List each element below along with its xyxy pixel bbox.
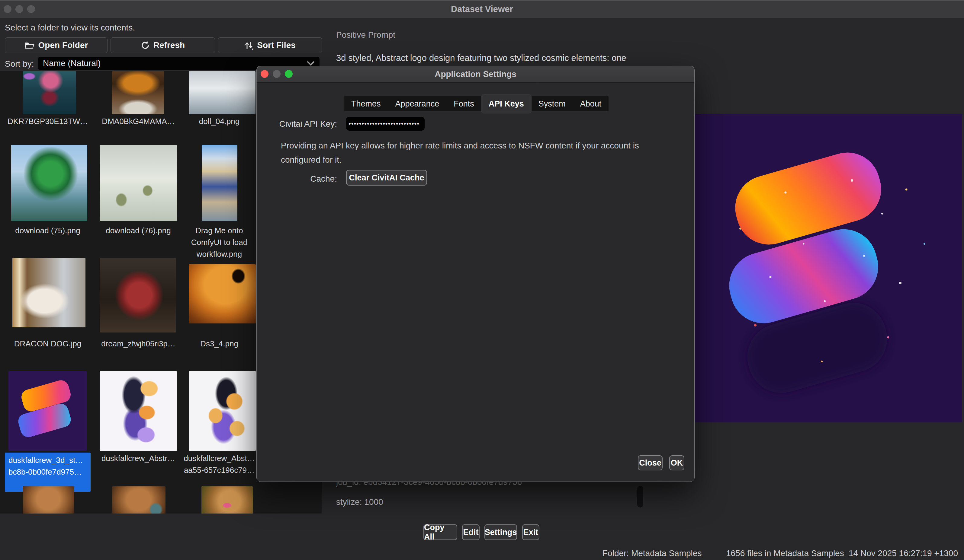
sort-arrows-icon: z (244, 41, 253, 50)
folder-hint-text: Select a folder to view its contents. (5, 23, 135, 32)
thumbnail[interactable] (189, 264, 256, 323)
file-label[interactable]: duskfallcrew_Abst…aa55-657c196c79… (180, 453, 259, 476)
thumbnail[interactable] (8, 371, 87, 451)
dialog-title: Application Settings (257, 70, 694, 79)
file-label[interactable]: duskfallcrew_Abstr… (95, 453, 182, 464)
file-label[interactable]: doll_04.png (180, 115, 259, 127)
thumbnail[interactable] (100, 258, 176, 333)
file-label[interactable]: Ds3_4.png (180, 338, 259, 350)
app-window: Dataset Viewer Select a folder to view i… (0, 0, 964, 560)
main-titlebar: Dataset Viewer (0, 0, 964, 18)
file-label[interactable]: dream_zfwjh05ri3p… (95, 338, 182, 350)
api-key-input[interactable]: ••••••••••••••••••••••••••• (346, 117, 425, 131)
thumbnail[interactable] (12, 258, 85, 327)
positive-prompt-heading: Positive Prompt (336, 30, 395, 40)
cache-label: Cache: (257, 174, 337, 184)
file-label[interactable]: DMA0BkG4MAMA… (95, 115, 182, 127)
open-folder-button[interactable]: Open Folder (5, 37, 107, 53)
dialog-titlebar: Application Settings (257, 66, 694, 83)
thumbnail[interactable] (112, 71, 164, 114)
thumbnail[interactable] (112, 486, 166, 513)
close-button[interactable]: Close (638, 455, 663, 471)
api-key-masked-value: ••••••••••••••••••••••••••• (348, 120, 420, 128)
status-file-count: 1656 files in Metadata Samples (726, 549, 844, 558)
tab-system[interactable]: System (531, 96, 573, 111)
settings-button[interactable]: Settings (484, 524, 517, 540)
exit-button[interactable]: Exit (522, 524, 539, 540)
chevron-down-icon (307, 61, 315, 66)
stylize-text: stylize: 1000 (336, 497, 383, 507)
status-timestamp: 14 Nov 2025 16:27:19 +1300 (848, 549, 958, 558)
refresh-button[interactable]: Refresh (111, 37, 215, 53)
copy-all-button[interactable]: Copy All (423, 524, 457, 540)
thumbnail[interactable] (23, 71, 76, 114)
sort-by-label: Sort by: (5, 59, 34, 69)
sort-files-button[interactable]: z Sort Files (218, 37, 322, 53)
clear-cache-button[interactable]: Clear CivitAI Cache (346, 170, 427, 185)
file-label[interactable]: DRAGON DOG.jpg (5, 338, 91, 350)
metadata-scrollbar[interactable] (637, 486, 643, 508)
thumbnail[interactable] (189, 71, 256, 114)
job-id-text-clipped: job_id: ebd34127-3ce9-465d-bc8b-0b00fe7d… (329, 482, 649, 491)
tab-themes[interactable]: Themes (344, 96, 388, 111)
thumbnail[interactable] (23, 486, 74, 513)
settings-tabstrip: ThemesAppearanceFontsAPI KeysSystemAbout (344, 96, 609, 111)
tab-appearance[interactable]: Appearance (388, 96, 447, 111)
file-label[interactable]: DKR7BGP30E13TW… (5, 115, 91, 127)
thumbnail[interactable] (11, 145, 87, 221)
file-label[interactable]: download (76).png (95, 225, 182, 237)
status-folder: Folder: Metadata Samples (602, 549, 702, 558)
file-label[interactable]: download (75).png (5, 225, 91, 237)
svg-text:z: z (252, 47, 253, 50)
window-title: Dataset Viewer (0, 4, 964, 14)
image-preview (695, 114, 962, 422)
positive-prompt-text: 3d styled, Abstract logo design featurin… (336, 53, 626, 63)
thumbnail[interactable] (202, 145, 238, 221)
tab-fonts[interactable]: Fonts (446, 96, 481, 111)
thumbnail[interactable] (100, 145, 177, 221)
thumbnail[interactable] (189, 371, 256, 451)
api-key-label: Civitai API Key: (257, 119, 337, 129)
ok-button[interactable]: OK (669, 455, 684, 471)
api-key-description: Providing an API key allows for higher r… (281, 138, 689, 167)
thumbnail[interactable] (100, 371, 177, 451)
file-label[interactable]: duskfallcrew_3d_st…bc8b-0b00fe7d975… (5, 453, 91, 492)
cosmic-logo-image (695, 114, 962, 422)
tab-api-keys[interactable]: API Keys (481, 94, 531, 113)
tab-about[interactable]: About (573, 96, 609, 111)
sort-by-value: Name (Natural) (43, 58, 101, 68)
edit-button[interactable]: Edit (462, 524, 480, 540)
folder-icon (24, 41, 35, 49)
application-settings-dialog: Application Settings ThemesAppearanceFon… (256, 66, 695, 482)
refresh-icon (141, 41, 150, 50)
thumbnail[interactable] (202, 486, 253, 513)
file-label[interactable]: Drag Me ontoComfyUI to loadworkflow.png (180, 225, 259, 260)
